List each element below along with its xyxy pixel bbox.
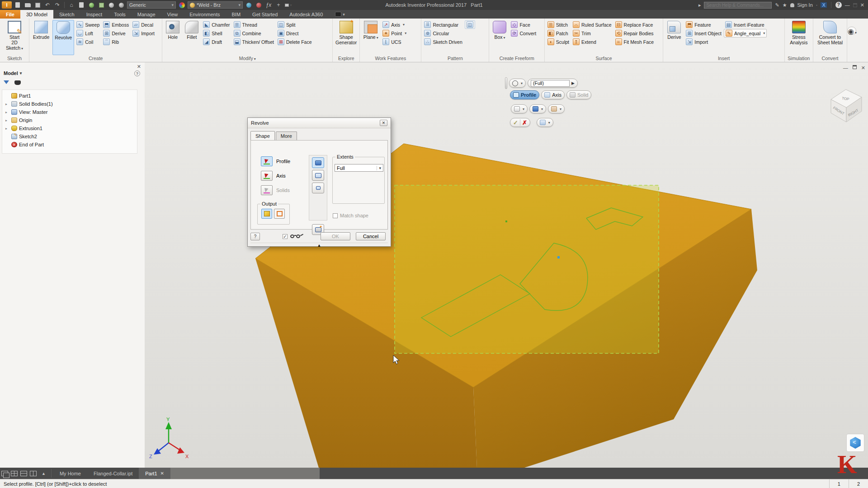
coil-button[interactable]: ≋Coil xyxy=(75,38,101,46)
a360-exchange-icon[interactable]: X xyxy=(821,2,826,8)
output-solid-button[interactable] xyxy=(261,209,272,219)
dialog-close-button[interactable]: ✕ xyxy=(380,120,387,126)
preview-checkbox[interactable]: ✓ xyxy=(283,234,288,239)
face-button[interactable]: ◇Face xyxy=(509,20,538,29)
chamfer-button[interactable]: ◣Chamfer xyxy=(202,20,231,29)
viewcube[interactable]: TOP FRONT RIGHT xyxy=(826,81,866,124)
tab-3d-model[interactable]: 3D Model xyxy=(20,10,53,19)
revolve-button[interactable]: Revolve xyxy=(52,20,74,55)
close-button[interactable]: ✕ xyxy=(860,2,864,8)
adjust-balloon-icon[interactable] xyxy=(245,1,253,9)
solid-output-dropdown[interactable] xyxy=(511,104,528,113)
split-horizontal-icon[interactable] xyxy=(20,471,27,476)
home-button[interactable]: ⌂ xyxy=(67,1,75,9)
output-surface-button[interactable] xyxy=(274,209,285,219)
revolve-angle-dropdown[interactable] xyxy=(509,79,526,88)
derive-button[interactable]: ⊞Derive xyxy=(102,29,130,38)
angle-equal-dropdown[interactable]: ✎Angle_equal xyxy=(724,29,767,38)
panel-label-modify[interactable]: Modify xyxy=(162,55,332,62)
dialog-help-button[interactable]: ? xyxy=(250,233,260,240)
sketch-selection-region[interactable] xyxy=(395,185,659,353)
replace-face-button[interactable]: ⊟Replace Face xyxy=(614,20,656,29)
tree-item-origin[interactable]: ▸Origin xyxy=(3,116,137,124)
import-button[interactable]: ⇲Import xyxy=(131,29,156,38)
extrude-button[interactable]: Extrude xyxy=(31,20,52,55)
axis-button[interactable]: ↗Axis xyxy=(381,20,408,29)
select-button[interactable] xyxy=(107,1,115,9)
options-list-dropdown[interactable] xyxy=(537,118,553,127)
revolve-dialog-titlebar[interactable]: Revolve ✕ xyxy=(248,118,391,128)
open-button[interactable] xyxy=(24,1,32,9)
derive-insert-button[interactable]: Derive xyxy=(665,20,684,55)
tab-sketch[interactable]: Sketch xyxy=(53,10,80,19)
parameters-fx-button[interactable]: ƒx xyxy=(264,1,273,9)
restore-button[interactable] xyxy=(853,3,857,7)
screencast-dropdown[interactable]: ▾ xyxy=(335,10,345,19)
thicken-offset-button[interactable]: ⬓Thicken/ Offset xyxy=(232,38,275,46)
tree-item-solid-bodies[interactable]: ▸Solid Bodies(1) xyxy=(3,100,137,108)
split-vertical-icon[interactable] xyxy=(30,471,37,476)
appearance-combo[interactable]: *Weld - Brz xyxy=(188,1,243,9)
cascade-windows-icon[interactable] xyxy=(1,471,8,476)
pen-exchange-icon[interactable]: ✎ xyxy=(775,2,779,8)
viewport[interactable]: Z X Y ✕ Model ? Part1 ▸Solid Bodies(1) ▸… xyxy=(0,62,868,468)
boolean-cut-button[interactable] xyxy=(312,170,324,181)
tree-item-extrusion1[interactable]: ▸Extrusion1 xyxy=(3,124,137,132)
tab-close-icon[interactable]: ✕ xyxy=(160,471,164,476)
undo-button[interactable]: ↶ xyxy=(43,1,52,9)
solids-selector-button[interactable] xyxy=(261,185,273,195)
browser-help-icon[interactable]: ? xyxy=(134,70,140,76)
add-quick-access-button[interactable]: + xyxy=(274,1,283,9)
expand-arrow-icon[interactable]: ▸ xyxy=(3,110,9,114)
draft-button[interactable]: ◢Draft xyxy=(202,38,231,46)
tab-autodesk-a360[interactable]: Autodesk A360 xyxy=(283,10,329,19)
rectangular-pattern-button[interactable]: ⠿Rectangular xyxy=(423,20,463,29)
sculpt-button[interactable]: ◗Sculpt xyxy=(546,38,571,46)
expand-arrow-icon[interactable]: ▸ xyxy=(3,102,9,106)
dialog-cancel-button[interactable]: Cancel xyxy=(356,232,386,240)
extents-value-input[interactable] xyxy=(531,80,570,87)
mirror-button[interactable]: ◫ xyxy=(465,20,475,29)
point-button[interactable]: ✦Point xyxy=(381,29,408,38)
dialog-ok-button[interactable]: OK xyxy=(321,232,350,240)
patch-button[interactable]: ◧Patch xyxy=(546,29,571,38)
tree-item-view-master[interactable]: ▸View: Master xyxy=(3,108,137,116)
tab-get-started[interactable]: Get Started xyxy=(246,10,283,19)
feature-button[interactable]: ⬒Feature xyxy=(684,20,723,29)
measure-button[interactable] xyxy=(97,1,105,9)
tab-part1[interactable]: Part1 ✕ xyxy=(139,468,170,479)
browser-close-icon[interactable]: ✕ xyxy=(137,64,141,70)
insert-object-button[interactable]: ⊞Insert Object xyxy=(684,29,723,38)
help-button[interactable]: ? xyxy=(835,2,842,8)
tab-view[interactable]: View xyxy=(161,10,184,19)
fit-mesh-face-button[interactable]: ⌗Fit Mesh Face xyxy=(614,38,656,46)
shell-button[interactable]: ◧Shell xyxy=(202,29,231,38)
rib-button[interactable]: ⌒Rib xyxy=(102,38,130,46)
ribbon-options-dropdown[interactable]: ◉ xyxy=(847,27,856,35)
circular-pattern-button[interactable]: ⊚Circular xyxy=(423,29,463,38)
collapse-arrow-icon[interactable]: ▸ xyxy=(698,2,701,8)
tree-item-end-of-part[interactable]: End of Part xyxy=(3,141,137,149)
sweep-button[interactable]: ∿Sweep xyxy=(75,20,101,29)
delete-face-button[interactable]: ⊠Delete Face xyxy=(276,38,313,46)
ruled-surface-button[interactable]: ⌓Ruled Surface xyxy=(571,20,613,29)
sign-in-button[interactable]: Sign In xyxy=(797,2,813,8)
material-combo[interactable]: Generic xyxy=(127,1,176,9)
ucs-button[interactable]: ⌊UCS xyxy=(381,38,408,46)
filter-icon[interactable] xyxy=(4,80,9,84)
extend-button[interactable]: ↥Extend xyxy=(571,38,613,46)
extents-next-icon[interactable]: ▶ xyxy=(571,81,575,85)
repair-bodies-button[interactable]: ⟲Repair Bodies xyxy=(614,29,656,38)
import-insert-button[interactable]: ⇲Import xyxy=(684,38,723,46)
cancel-x-icon[interactable]: ✗ xyxy=(522,119,527,126)
tab-tools[interactable]: Tools xyxy=(108,10,132,19)
tree-item-sketch2[interactable]: Sketch2 xyxy=(3,132,137,141)
stitch-button[interactable]: ☰Stitch xyxy=(546,20,571,29)
tab-inspect[interactable]: Inspect xyxy=(80,10,108,19)
axis-select-button[interactable]: Axis xyxy=(541,90,565,99)
expand-tabs-icon[interactable]: ▲ xyxy=(42,471,46,476)
convert-to-sheet-metal-button[interactable]: Convert toSheet Metal xyxy=(815,20,845,55)
dialog-tab-shape[interactable]: Shape xyxy=(250,131,275,140)
tile-windows-icon[interactable] xyxy=(11,471,18,476)
split-button[interactable]: ◫Split xyxy=(276,20,313,29)
